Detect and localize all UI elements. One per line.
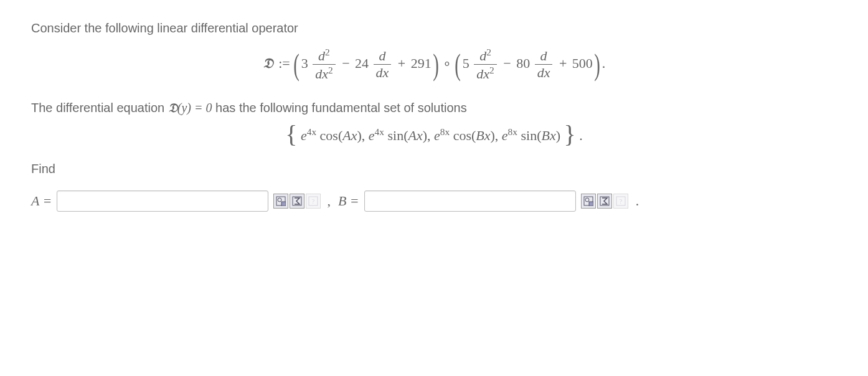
help-icon: ? [613,194,628,209]
svg-text:?: ? [312,198,315,205]
frac-d2dx2-1: d2 dx2 [313,47,335,83]
defeq: := [278,55,290,71]
coef-a2: 5 [463,55,469,71]
rparen-1: ) [433,47,439,82]
operator-symbol: 𝔇 [263,55,273,71]
svg-rect-7 [589,202,593,206]
intro-text: Consider the following linear differenti… [31,19,837,37]
frac-ddx-2: d dx [535,48,553,81]
lparen-1: ( [293,47,300,82]
coef-c2: 500 [572,55,593,71]
preview-icon[interactable] [581,194,596,209]
comma: , [327,193,331,209]
help-icon: ? [306,194,321,209]
a-tool-icons: ? [273,194,321,209]
coef-a1: 3 [301,55,308,71]
trail-dot-1: . [602,55,606,71]
trail-dot-2: . [579,128,583,143]
b-tool-icons: ? [581,194,628,209]
a-input[interactable] [57,190,268,212]
a-label: A = [31,193,52,209]
rparen-2: ) [595,47,601,82]
coef-b1: 24 [355,55,369,71]
solution-set: { e4x cos(Ax), e4x sin(Ax), e8x cos(Bx),… [31,126,837,144]
sigma-icon[interactable] [290,194,304,209]
answer-row: A = ? , B = ? . [31,190,837,212]
lparen-2: ( [455,47,461,82]
operator-definition: 𝔇 := ( 3 d2 dx2 − 24 d dx + 291 ) ∘ ( 5 … [31,47,837,83]
preview-icon[interactable] [273,194,288,209]
b-input[interactable] [364,190,576,212]
find-label: Find [31,159,837,178]
frac-ddx-1: d dx [374,48,392,81]
svg-point-2 [278,198,281,202]
svg-rect-1 [281,202,286,206]
compose: ∘ [443,55,451,71]
b-label: B = [338,193,359,209]
sigma-icon[interactable] [597,194,612,209]
period: . [636,193,639,209]
svg-text:?: ? [619,198,622,205]
mid-text: The differential equation 𝔇(y) = 0 has t… [31,98,837,117]
coef-b2: 80 [516,55,530,71]
svg-point-8 [585,198,589,202]
frac-d2dx2-2: d2 dx2 [474,47,496,83]
coef-c1: 291 [411,55,432,71]
